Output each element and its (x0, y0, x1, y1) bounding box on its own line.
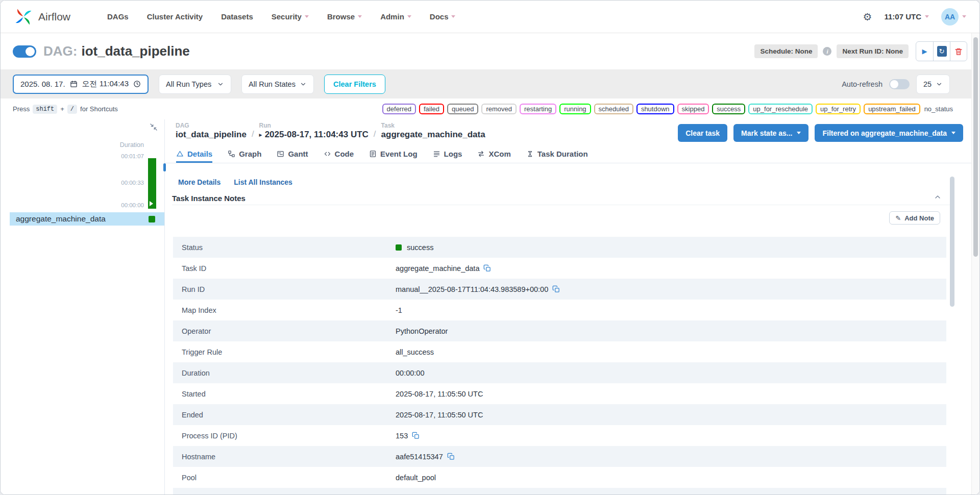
nav-item-browse[interactable]: Browse (327, 12, 362, 21)
run-types-value: All Run Types (166, 80, 211, 88)
trigger-dag-button[interactable]: ▶ (916, 42, 933, 61)
legend-badge-up_for_reschedule[interactable]: up_for_reschedule (748, 104, 813, 114)
tab-task-duration[interactable]: Task Duration (526, 146, 588, 163)
legend-badge-removed[interactable]: removed (481, 104, 517, 114)
tab-details[interactable]: Details (176, 146, 212, 163)
row-value: all_success (396, 348, 434, 356)
legend-badge-queued[interactable]: queued (447, 104, 478, 114)
nav-item-docs[interactable]: Docs (430, 12, 456, 21)
tab-code[interactable]: Code (324, 146, 354, 163)
auto-refresh-toggle[interactable] (889, 79, 910, 89)
legend-badge-failed[interactable]: failed (419, 104, 444, 114)
copy-icon[interactable] (483, 264, 491, 272)
panel-scrollbar[interactable] (950, 177, 954, 307)
play-icon: ▶ (922, 47, 927, 55)
tab-label: Logs (444, 150, 462, 158)
tab-label: Details (187, 150, 212, 158)
reparse-icon: ↻ (937, 46, 947, 57)
reparse-dag-button[interactable]: ↻ (933, 42, 950, 61)
tab-label: Code (335, 150, 354, 158)
clear-filters-button[interactable]: Clear Filters (324, 75, 385, 94)
grid-task-row[interactable]: aggregate_machine_data (10, 212, 164, 226)
legend-badge-success[interactable]: success (712, 104, 745, 114)
more-details-link[interactable]: More Details (178, 178, 220, 186)
list-all-instances-link[interactable]: List All Instances (234, 178, 292, 186)
table-row-hostname: Hostnameaafe51415347 (173, 446, 946, 467)
collapse-notes-icon[interactable] (934, 193, 942, 203)
task-status-square[interactable] (149, 216, 155, 222)
chevron-down-icon (797, 132, 801, 134)
breadcrumb-dag[interactable]: DAG iot_data_pipeline (176, 122, 247, 140)
mark-state-button[interactable]: Mark state as... (733, 124, 808, 142)
details-icon (176, 150, 184, 158)
row-value: 00:00:00 (396, 369, 424, 377)
nav-item-admin[interactable]: Admin (380, 12, 411, 21)
legend-badge-upstream_failed[interactable]: upstream_failed (864, 104, 920, 114)
window-scrollbar-thumb[interactable] (973, 37, 978, 257)
add-note-button[interactable]: ✎ Add Note (889, 211, 940, 225)
tab-gantt[interactable]: Gantt (277, 146, 308, 163)
row-label: Duration (173, 369, 396, 377)
graph-icon (228, 150, 235, 158)
hint-row: Press shift + / for Shortcuts deferredfa… (1, 98, 979, 119)
tab-event-log[interactable]: Event Log (369, 146, 418, 163)
nav-item-cluster-activity[interactable]: Cluster Activity (147, 12, 203, 21)
collapse-grid-icon[interactable] (150, 123, 158, 133)
row-value: default_pool (396, 474, 436, 482)
copy-icon[interactable] (412, 432, 420, 439)
nav-item-label: Cluster Activity (147, 12, 203, 21)
tab-logs[interactable]: Logs (433, 146, 462, 163)
legend-badge-restarting[interactable]: restarting (520, 104, 556, 114)
clear-task-button[interactable]: Clear task (678, 124, 727, 142)
run-types-select[interactable]: All Run Types (159, 75, 231, 94)
airflow-logo[interactable]: Airflow (14, 7, 70, 27)
dag-header: DAG:iot_data_pipeline Schedule: None i N… (1, 33, 979, 69)
status-legend: deferredfailedqueuedremovedrestartingrun… (382, 104, 967, 114)
row-label: Started (173, 390, 396, 398)
table-row-run-id: Run IDmanual__2025-08-17T11:04:43.983589… (173, 279, 946, 300)
nav-item-label: Admin (380, 12, 404, 21)
dag-action-buttons: ▶ ↻ (916, 41, 967, 61)
breadcrumb-run[interactable]: Run ▸2025-08-17, 11:04:43 UTC (259, 122, 369, 140)
window-scrollbar[interactable] (971, 33, 979, 494)
nav-item-dags[interactable]: DAGs (107, 12, 129, 21)
legend-badge-scheduled[interactable]: scheduled (594, 104, 633, 114)
user-menu[interactable]: AA (941, 8, 966, 26)
clock-dropdown[interactable]: 11:07 UTC (884, 12, 929, 21)
tab-label: Event Log (380, 150, 418, 158)
row-value: success (407, 243, 433, 252)
row-value: 2025-08-17, 11:05:50 UTC (396, 390, 483, 398)
nav-item-security[interactable]: Security (272, 12, 309, 21)
page-title: DAG:iot_data_pipeline (43, 43, 190, 59)
info-icon[interactable]: i (823, 47, 831, 56)
tab-xcom[interactable]: XCom (477, 146, 510, 163)
task-actions: Clear task Mark state as... Filtered on … (678, 124, 963, 142)
legend-badge-running[interactable]: running (559, 104, 591, 114)
legend-badge-no_status[interactable]: no_status (923, 105, 954, 113)
pencil-icon: ✎ (895, 214, 901, 222)
panel-resize-handle[interactable] (163, 163, 166, 171)
calendar-icon (70, 80, 78, 88)
run-states-select[interactable]: All Run States (241, 75, 314, 94)
legend-badge-up_for_retry[interactable]: up_for_retry (816, 104, 861, 114)
success-status-square (396, 244, 402, 251)
base-date-input[interactable]: 2025. 08. 17. 오전 11:04:43 (13, 75, 149, 94)
copy-icon[interactable] (552, 285, 560, 293)
page-size-select[interactable]: 25 (916, 75, 950, 94)
copy-icon[interactable] (447, 453, 455, 460)
legend-badge-deferred[interactable]: deferred (382, 104, 416, 114)
legend-badge-skipped[interactable]: skipped (677, 104, 709, 114)
dag-pause-toggle[interactable] (13, 45, 36, 58)
event-log-icon (369, 150, 377, 158)
legend-badge-shutdown[interactable]: shutdown (636, 104, 674, 114)
time-value: 오전 11:04:43 (82, 79, 129, 89)
filtered-task-button[interactable]: Filtered on aggregate_machine_data (815, 124, 963, 142)
nav-item-label: DAGs (107, 12, 129, 21)
filter-bar: 2025. 08. 17. 오전 11:04:43 All Run Types … (1, 69, 979, 98)
nav-item-datasets[interactable]: Datasets (221, 12, 253, 21)
tab-graph[interactable]: Graph (228, 146, 261, 163)
delete-dag-button[interactable] (950, 42, 967, 61)
duration-tick: 00:01:07 (121, 153, 144, 159)
breadcrumb-task[interactable]: Task aggregate_machine_data (381, 122, 485, 140)
gear-icon[interactable]: ⚙ (863, 12, 872, 22)
